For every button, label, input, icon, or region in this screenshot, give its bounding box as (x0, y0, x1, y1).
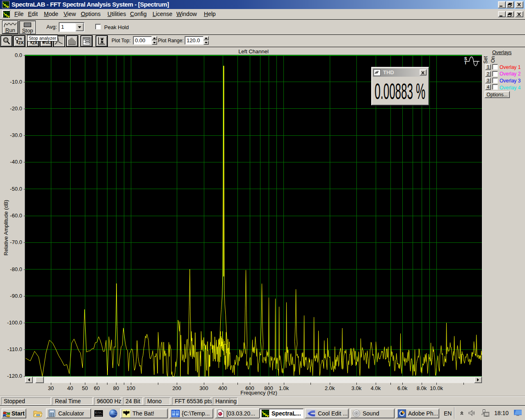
svg-text:IN: IN (19, 37, 22, 40)
svg-text:Set: Set (483, 56, 488, 64)
svg-text:2X: 2X (18, 40, 24, 45)
svg-text:On: On (490, 56, 496, 63)
svg-text:C:\>_: C:\>_ (95, 411, 103, 414)
